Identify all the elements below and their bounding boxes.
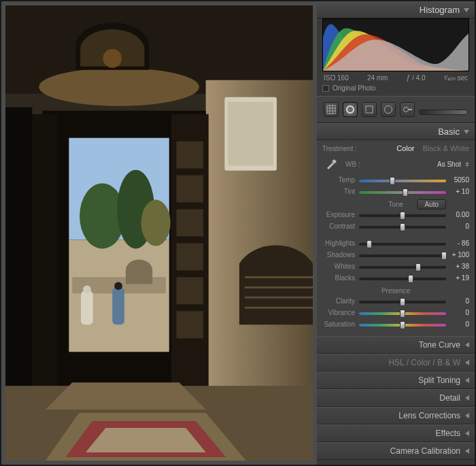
slider-clarity[interactable]: Clarity 0	[322, 296, 469, 306]
slider-blacks[interactable]: Blacks + 19	[322, 273, 469, 283]
slider-label: Clarity	[322, 297, 359, 305]
slider-track[interactable]	[359, 274, 446, 282]
panel-lens-corrections[interactable]: Lens Corrections	[317, 407, 475, 425]
svg-rect-21	[112, 287, 124, 324]
slider-track[interactable]	[359, 239, 446, 248]
svg-rect-28	[177, 210, 203, 237]
slider-value: 0	[446, 320, 469, 328]
svg-point-45	[404, 107, 409, 112]
wb-dropper-tool[interactable]	[322, 156, 340, 171]
slider-track[interactable]	[359, 176, 446, 184]
stepper-icon	[465, 162, 469, 167]
chevron-left-icon	[465, 378, 469, 383]
svg-rect-31	[177, 311, 203, 338]
exif-strip: ISO 160 24 mm ƒ / 4.0 ¹⁄₄₀₀ sec	[322, 74, 469, 82]
tone-subheader: Tone Auto	[322, 201, 469, 208]
slider-label: Blacks	[322, 274, 359, 282]
slider-saturation[interactable]: Saturation 0	[322, 319, 469, 329]
panel-hsl[interactable]: HSL / Color / B & W	[317, 354, 475, 371]
slider-value: + 19	[446, 274, 469, 282]
slider-highlights[interactable]: Highlights - 86	[322, 238, 469, 248]
slider-track[interactable]	[359, 188, 446, 196]
slider-label: Highlights	[322, 239, 359, 247]
panel-tone-curve[interactable]: Tone Curve	[317, 336, 475, 354]
svg-rect-29	[177, 243, 203, 270]
chevron-left-icon	[465, 413, 469, 418]
slider-value: 0	[446, 222, 469, 230]
spot-tool[interactable]	[343, 102, 358, 117]
slider-value: 0	[446, 309, 469, 316]
panel-detail[interactable]: Detail	[317, 389, 475, 407]
slider-label: Whites	[322, 263, 359, 270]
slider-exposure[interactable]: Exposure 0.00	[322, 210, 469, 220]
slider-track[interactable]	[359, 263, 446, 271]
histogram-title: Histogram	[420, 5, 460, 15]
svg-point-22	[114, 282, 122, 290]
chevron-left-icon	[465, 360, 469, 365]
slider-track[interactable]	[359, 320, 446, 329]
slider-track[interactable]	[359, 222, 446, 231]
slider-value: + 10	[446, 188, 469, 195]
panel-camera-calibration[interactable]: Camera Calibration	[317, 442, 475, 460]
slider-label: Saturation	[322, 320, 359, 328]
svg-marker-36	[86, 428, 206, 452]
brush-tool[interactable]	[419, 110, 468, 115]
checkbox-icon[interactable]	[322, 85, 329, 92]
svg-point-3	[103, 49, 122, 68]
crop-tool[interactable]	[324, 102, 339, 117]
exif-shutter: ¹⁄₄₀₀ sec	[444, 74, 468, 82]
auto-tone-button[interactable]: Auto	[417, 199, 446, 210]
radial-tool[interactable]	[400, 102, 415, 117]
slider-vibrance[interactable]: Vibrance 0	[322, 307, 469, 318]
basic-header[interactable]: Basic	[317, 123, 475, 140]
slider-track[interactable]	[359, 211, 446, 219]
svg-rect-7	[228, 102, 273, 166]
slider-whites[interactable]: Whites + 38	[322, 261, 469, 271]
slider-label: Temp	[322, 176, 359, 184]
histogram-header[interactable]: Histogram	[317, 1, 475, 18]
chevron-left-icon	[465, 395, 469, 401]
svg-rect-43	[366, 106, 373, 113]
original-photo-toggle[interactable]: Original Photo	[322, 84, 469, 92]
chevron-down-icon	[464, 8, 469, 12]
panel-split-toning[interactable]: Split Toning	[317, 371, 475, 389]
slider-value: 0.00	[446, 211, 469, 218]
svg-rect-27	[177, 176, 203, 203]
slider-label: Shadows	[322, 251, 359, 259]
presence-subheader: Presence	[322, 287, 469, 295]
treatment-bw[interactable]: Black & White	[423, 144, 469, 152]
treatment-segmented[interactable]: Color Black & White	[396, 144, 469, 152]
svg-point-17	[141, 200, 170, 246]
slider-track[interactable]	[359, 309, 446, 317]
chevron-left-icon	[465, 431, 469, 436]
tool-strip	[317, 96, 475, 123]
slider-value: - 86	[446, 239, 469, 247]
svg-rect-19	[81, 290, 93, 324]
image-preview[interactable]	[1, 1, 317, 465]
treatment-color[interactable]: Color	[396, 144, 414, 152]
panel-effects[interactable]: Effects	[317, 425, 475, 442]
svg-marker-33	[46, 382, 206, 410]
svg-rect-26	[177, 142, 203, 169]
wb-preset-select[interactable]: As Shot	[437, 161, 469, 168]
slider-tint[interactable]: Tint + 10	[322, 186, 469, 197]
slider-contrast[interactable]: Contrast 0	[322, 221, 469, 231]
svg-rect-37	[327, 105, 335, 114]
grad-tool[interactable]	[381, 102, 396, 117]
svg-point-20	[83, 285, 91, 293]
slider-shadows[interactable]: Shadows + 100	[322, 250, 469, 260]
exif-focal: 24 mm	[367, 74, 388, 82]
slider-label: Contrast	[322, 222, 359, 230]
redeye-tool[interactable]	[362, 102, 377, 117]
svg-rect-30	[177, 277, 203, 304]
slider-temp[interactable]: Temp 5050	[322, 175, 469, 185]
chevron-left-icon	[465, 342, 469, 348]
slider-track[interactable]	[359, 297, 446, 305]
slider-track[interactable]	[359, 251, 446, 259]
chevron-left-icon	[465, 448, 469, 454]
histogram-plot[interactable]	[322, 18, 469, 71]
treatment-label: Treatment :	[322, 145, 357, 152]
photo	[5, 5, 313, 461]
develop-panel: Histogram ISO 160 24 mm ƒ / 4.0 ¹⁄₄₀₀ se…	[317, 1, 475, 465]
slider-value: + 38	[446, 263, 469, 270]
